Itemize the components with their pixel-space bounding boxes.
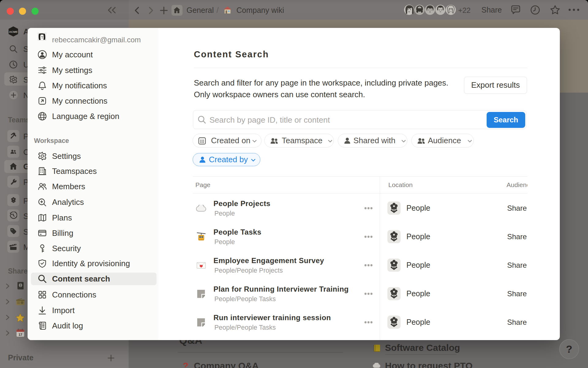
svg-text:ACME: ACME [9, 30, 18, 33]
svg-text:17: 17 [18, 333, 22, 336]
